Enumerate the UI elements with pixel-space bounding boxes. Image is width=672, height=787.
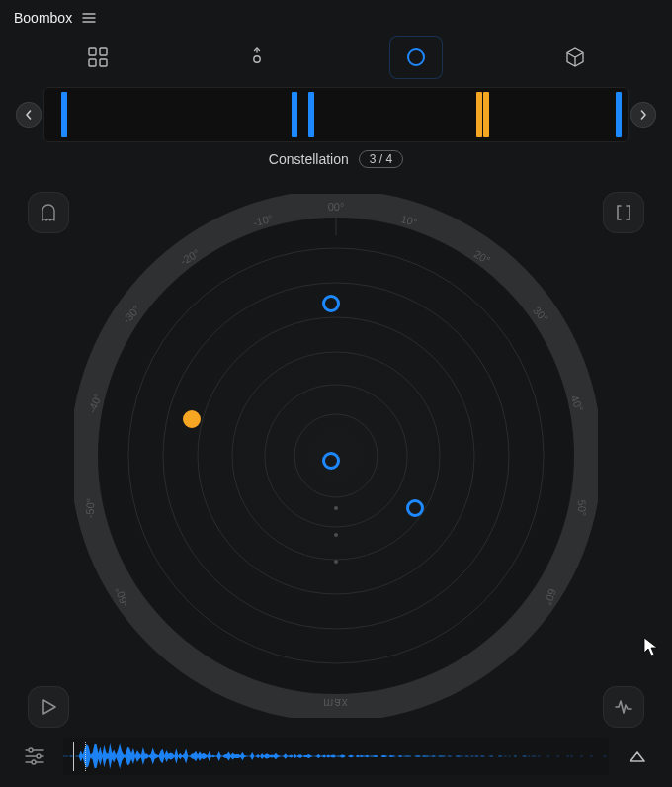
bottom-bar [16,738,656,775]
waveform-play-cursor[interactable] [85,742,86,771]
svg-point-19 [334,533,338,537]
ghost-button[interactable] [28,192,69,233]
timeline-marker[interactable] [476,92,482,137]
header: Boombox [0,0,672,32]
timeline-track[interactable] [43,87,629,142]
app-title: Boombox [14,10,72,26]
bracket-button[interactable] [603,192,644,233]
svg-point-18 [334,506,338,510]
constellation-node[interactable] [183,410,201,428]
activity-button[interactable] [603,686,644,728]
svg-point-7 [253,56,259,62]
tab-ring[interactable] [389,36,443,79]
play-button[interactable] [28,686,69,728]
waveform-start-cursor[interactable] [73,742,74,771]
tab-target[interactable] [230,36,284,79]
radar-area[interactable]: 00° 10° 20° 30° 40° 50° 60° -10° -20° -3… [74,194,598,718]
timeline-marker[interactable] [483,92,489,137]
timeline-strip [16,87,656,142]
waveform-icon [63,738,609,775]
constellation-panel: 00° 10° 20° 30° 40° 50° 60° -10° -20° -3… [16,180,656,732]
expand-up-icon[interactable] [619,738,656,775]
timeline-marker[interactable] [616,92,622,137]
constellation-node[interactable] [322,295,340,312]
constellation-row: Constellation 3 / 4 [0,142,672,180]
svg-point-26 [32,760,36,764]
timeline-marker[interactable] [61,92,67,137]
waveform-track[interactable] [63,738,609,775]
timeline-prev-button[interactable] [16,102,42,128]
svg-rect-5 [89,59,96,66]
timeline-marker[interactable] [292,92,297,137]
svg-point-8 [408,49,424,65]
svg-rect-4 [100,48,107,55]
max-label: max [323,696,349,710]
svg-rect-6 [100,59,107,66]
constellation-counter[interactable]: 3 / 4 [359,150,403,168]
timeline-next-button[interactable] [630,102,656,128]
constellation-node[interactable] [406,499,424,517]
svg-point-24 [37,754,41,758]
tab-cube[interactable] [548,36,602,79]
constellation-node[interactable] [322,452,340,470]
svg-point-20 [334,560,338,564]
sliders-icon[interactable] [16,738,53,775]
view-tabs [18,36,654,79]
timeline-marker[interactable] [308,92,314,137]
svg-rect-3 [89,48,96,55]
tab-grid[interactable] [71,36,125,79]
constellation-label: Constellation [269,151,349,167]
menu-icon[interactable] [82,11,96,25]
svg-point-22 [29,748,33,752]
